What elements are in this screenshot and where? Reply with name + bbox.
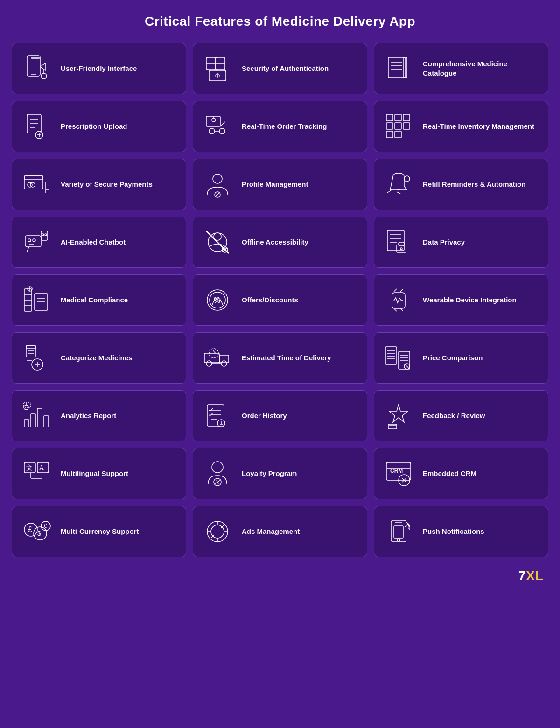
push-notifications-label: Push Notifications	[423, 527, 484, 536]
feature-card-embedded-crm: CRMEmbedded CRM	[374, 448, 548, 499]
svg-text:A: A	[39, 464, 44, 471]
svg-marker-128	[389, 405, 408, 422]
feature-card-loyalty-program: Loyalty Program	[193, 448, 367, 499]
offers-discounts-icon: %	[201, 283, 234, 317]
svg-point-55	[42, 234, 44, 236]
svg-rect-37	[403, 123, 410, 129]
realtime-order-tracking-icon	[201, 110, 234, 143]
embedded-crm-label: Embedded CRM	[423, 469, 476, 478]
page-title: Critical Features of Medicine Delivery A…	[145, 14, 415, 29]
feature-card-multilingual-support: 文AMultilingual Support	[12, 448, 186, 499]
svg-point-56	[45, 234, 47, 236]
svg-rect-23	[206, 116, 220, 126]
svg-rect-165	[394, 526, 403, 538]
estimated-delivery-label: Estimated Time of Delivery	[242, 353, 331, 363]
feedback-review-icon	[382, 399, 415, 433]
svg-rect-113	[24, 420, 29, 427]
svg-rect-114	[31, 414, 35, 427]
svg-point-28	[212, 118, 216, 122]
offline-accessibility-icon	[201, 225, 234, 259]
svg-line-142	[217, 480, 218, 484]
order-history-label: Order History	[242, 411, 287, 420]
secure-payments-label: Variety of Secure Payments	[61, 180, 153, 189]
security-authentication-label: Security of Authentication	[242, 64, 329, 73]
feature-card-categorize-medicines: Categorize Medicines	[12, 332, 186, 384]
medicine-catalogue-icon	[382, 52, 415, 85]
svg-rect-95	[204, 353, 219, 363]
svg-point-44	[213, 174, 222, 183]
svg-line-47	[397, 192, 400, 194]
footer: 7XL	[12, 568, 548, 583]
svg-rect-68	[399, 242, 404, 246]
loyalty-program-label: Loyalty Program	[242, 469, 297, 478]
data-privacy-label: Data Privacy	[423, 238, 465, 247]
wearable-device-icon	[382, 283, 415, 317]
svg-point-49	[404, 176, 410, 182]
svg-line-83	[394, 289, 397, 292]
push-notifications-icon	[382, 515, 415, 548]
features-grid: User-Friendly InterfaceSecurity of Authe…	[12, 43, 548, 557]
feature-card-estimated-delivery: Estimated Time of Delivery	[193, 332, 367, 384]
logo: 7XL	[518, 568, 544, 583]
svg-point-139	[212, 462, 223, 473]
ads-management-icon	[201, 515, 234, 548]
feature-card-data-privacy: Data Privacy	[374, 217, 548, 268]
feature-card-order-history: Order History	[193, 390, 367, 441]
feature-card-ai-chatbot: AI-Enabled Chatbot	[12, 217, 186, 268]
realtime-order-tracking-label: Real-Time Order Tracking	[242, 122, 327, 131]
feature-card-realtime-order-tracking: Real-Time Order Tracking	[193, 101, 367, 152]
profile-management-label: Profile Management	[242, 180, 308, 189]
svg-point-41	[30, 182, 35, 187]
feature-card-offers-discounts: %Offers/Discounts	[193, 274, 367, 326]
feature-card-medicine-catalogue: Comprehensive Medicine Catalogue	[374, 43, 548, 94]
svg-point-51	[28, 239, 31, 242]
feature-card-medical-compliance: Medical Compliance	[12, 274, 186, 326]
svg-rect-31	[386, 123, 393, 129]
svg-text:€: €	[44, 523, 47, 529]
refill-reminders-label: Refill Reminders & Automation	[423, 180, 525, 189]
loyalty-program-icon	[201, 457, 234, 490]
svg-point-69	[400, 248, 402, 250]
offers-discounts-label: Offers/Discounts	[242, 295, 298, 305]
svg-rect-87	[26, 346, 35, 357]
feature-card-price-comparison: Price Comparison	[374, 332, 548, 384]
secure-payments-icon	[20, 168, 53, 201]
medical-compliance-icon	[20, 283, 53, 317]
svg-rect-102	[385, 347, 397, 364]
feature-card-user-friendly-interface: User-Friendly Interface	[12, 43, 186, 94]
feature-card-offline-accessibility: Offline Accessibility	[193, 217, 367, 268]
categorize-medicines-icon	[20, 341, 53, 375]
feature-card-prescription-upload: Prescription Upload	[12, 101, 186, 152]
feature-card-push-notifications: Push Notifications	[374, 506, 548, 557]
realtime-inventory-icon	[382, 110, 415, 143]
embedded-crm-icon: CRM	[382, 457, 415, 490]
svg-point-52	[33, 239, 35, 242]
multilingual-support-icon: 文A	[20, 457, 53, 490]
svg-point-3	[41, 73, 47, 79]
svg-rect-33	[395, 114, 401, 121]
feature-card-refill-reminders: Refill Reminders & Automation	[374, 159, 548, 210]
svg-point-96	[206, 361, 212, 366]
prescription-upload-icon	[20, 110, 53, 143]
offline-accessibility-label: Offline Accessibility	[242, 238, 308, 247]
svg-rect-32	[386, 131, 393, 138]
svg-text:$: $	[37, 530, 41, 537]
medicine-catalogue-label: Comprehensive Medicine Catalogue	[423, 59, 540, 78]
price-comparison-label: Price Comparison	[423, 353, 483, 363]
svg-line-84	[400, 289, 403, 292]
multi-currency-label: Multi-Currency Support	[61, 527, 139, 536]
ai-chatbot-label: AI-Enabled Chatbot	[61, 238, 126, 247]
multilingual-support-label: Multilingual Support	[61, 469, 128, 478]
svg-text:£: £	[28, 525, 32, 533]
data-privacy-icon	[382, 225, 415, 259]
feature-card-realtime-inventory: Real-Time Inventory Management	[374, 101, 548, 152]
feature-card-ads-management: Ads Management	[193, 506, 367, 557]
categorize-medicines-label: Categorize Medicines	[61, 353, 132, 363]
svg-rect-11	[388, 57, 405, 78]
svg-rect-36	[403, 114, 410, 121]
price-comparison-icon	[382, 341, 415, 375]
svg-rect-54	[41, 231, 48, 240]
realtime-inventory-label: Real-Time Inventory Management	[423, 122, 534, 131]
refill-reminders-icon	[382, 168, 415, 201]
security-authentication-icon	[201, 52, 234, 85]
